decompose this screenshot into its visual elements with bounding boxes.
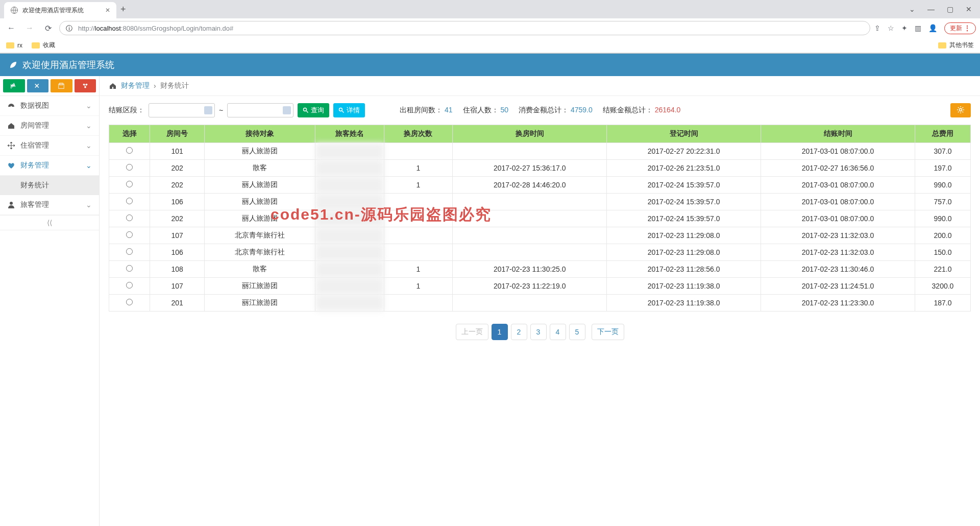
change-time-cell [453, 194, 607, 210]
select-cell[interactable] [109, 143, 150, 160]
browser-chrome: 欢迎使用酒店管理系统 ✕ + ⌄ — ▢ ✕ ← → ⟳ ⓘ http:// l… [0, 0, 980, 54]
address-bar[interactable]: ⓘ http:// localhost :8080 /ssmGrogshop/L… [59, 21, 870, 35]
close-icon[interactable]: ✕ [105, 7, 110, 14]
forward-button[interactable]: → [22, 23, 37, 33]
change-count-cell [384, 194, 453, 210]
change-count-cell: 1 [384, 261, 453, 278]
table-row: 202 丽人旅游团 2017-02-24 15:39:57.0 2017-03-… [109, 210, 971, 227]
next-page[interactable]: 下一页 [592, 324, 624, 340]
settings-button[interactable] [950, 103, 971, 117]
guest-name-cell [315, 143, 384, 160]
change-time-cell: 2017-02-27 15:36:17.0 [453, 160, 607, 177]
star-icon[interactable]: ☆ [888, 24, 894, 32]
browser-tab[interactable]: 欢迎使用酒店管理系统 ✕ [4, 2, 116, 18]
profile-icon[interactable]: 👤 [928, 24, 937, 32]
maximize-icon[interactable]: ▢ [947, 5, 953, 13]
page-4[interactable]: 4 [550, 324, 566, 340]
row-radio[interactable] [126, 181, 133, 187]
page-1[interactable]: 1 [492, 324, 508, 340]
select-cell[interactable] [109, 194, 150, 210]
select-cell[interactable] [109, 278, 150, 295]
theme-green[interactable] [3, 79, 25, 92]
bookmark-fav[interactable]: 收藏 [32, 41, 55, 50]
sidebar-item-finance-mgmt[interactable]: 财务管理⌄ [0, 156, 99, 176]
row-radio[interactable] [126, 248, 133, 255]
close-window-icon[interactable]: ✕ [966, 5, 972, 13]
update-button[interactable]: 更新 ⋮ [944, 22, 976, 34]
select-cell[interactable] [109, 295, 150, 312]
row-radio[interactable] [126, 164, 133, 171]
sidebar-item-data-view[interactable]: 数据视图⌄ [0, 96, 99, 116]
sidebar-item-room-mgmt[interactable]: 房间管理⌄ [0, 116, 99, 136]
table-row: 201 丽江旅游团 2017-02-23 11:19:38.0 2017-02-… [109, 295, 971, 312]
select-cell[interactable] [109, 177, 150, 194]
register-time-cell: 2017-02-24 15:39:57.0 [607, 210, 761, 227]
select-cell[interactable] [109, 227, 150, 244]
extensions-icon[interactable]: ✦ [901, 24, 908, 32]
row-radio[interactable] [126, 147, 133, 154]
change-time-cell [453, 227, 607, 244]
select-cell[interactable] [109, 210, 150, 227]
panel-icon[interactable]: ▥ [915, 24, 921, 32]
theme-orange[interactable] [51, 79, 72, 92]
detail-button[interactable]: 详情 [333, 103, 365, 117]
bookmark-rx[interactable]: rx [6, 42, 22, 49]
page-5[interactable]: 5 [569, 324, 585, 340]
select-cell[interactable] [109, 261, 150, 278]
reload-button[interactable]: ⟳ [41, 23, 55, 33]
row-radio[interactable] [126, 198, 133, 204]
back-button[interactable]: ← [4, 23, 18, 33]
object-cell: 丽人旅游团 [205, 143, 315, 160]
date-to-input[interactable] [227, 103, 293, 117]
window-controls: ⌄ — ▢ ✕ [909, 5, 976, 13]
change-time-cell [453, 210, 607, 227]
column-header: 房间号 [150, 125, 205, 143]
room-cell: 202 [150, 160, 205, 177]
row-radio[interactable] [126, 231, 133, 238]
fee-cell: 990.0 [915, 177, 970, 194]
settle-time-cell: 2017-03-01 08:07:00.0 [761, 143, 915, 160]
sidebar-subitem-finance-stats[interactable]: 财务统计 [0, 176, 99, 195]
filter-bar: 结账区段： ~ 查询 详情 出租房间数： 41 住宿人数： 50 消费金额总计：… [100, 96, 980, 125]
user-icon [7, 201, 15, 209]
page-3[interactable]: 3 [530, 324, 547, 340]
change-time-cell: 2017-02-28 14:46:20.0 [453, 177, 607, 194]
fee-cell: 221.0 [915, 261, 970, 278]
chevron-down-icon: ⌄ [86, 141, 92, 150]
object-cell: 丽人旅游团 [205, 194, 315, 210]
change-time-cell: 2017-02-23 11:22:19.0 [453, 278, 607, 295]
column-header: 登记时间 [607, 125, 761, 143]
breadcrumb-link-finance[interactable]: 财务管理 [121, 81, 150, 90]
search-button[interactable]: 查询 [298, 103, 329, 117]
chevron-down-icon[interactable]: ⌄ [909, 5, 915, 13]
guest-name-cell [315, 194, 384, 210]
chevron-down-icon: ⌄ [86, 102, 92, 110]
share-icon[interactable]: ⇪ [874, 24, 880, 32]
sidebar-item-guest-mgmt[interactable]: 旅客管理⌄ [0, 195, 99, 215]
tab-title: 欢迎使用酒店管理系统 [22, 6, 84, 15]
prev-page[interactable]: 上一页 [456, 324, 488, 340]
row-radio[interactable] [126, 214, 133, 221]
other-bookmarks[interactable]: 其他书签 [938, 41, 974, 50]
collapse-sidebar-button[interactable]: ⟨⟨ [0, 215, 99, 230]
date-from-input[interactable] [149, 103, 215, 117]
column-header: 换房时间 [453, 125, 607, 143]
page-2[interactable]: 2 [511, 324, 527, 340]
row-radio[interactable] [126, 282, 133, 289]
change-count-cell: 1 [384, 160, 453, 177]
room-cell: 106 [150, 194, 205, 210]
pagination: 上一页 12345 下一页 [100, 312, 980, 352]
home-icon[interactable] [109, 82, 117, 90]
theme-blue[interactable] [27, 79, 49, 92]
select-cell[interactable] [109, 160, 150, 177]
select-cell[interactable] [109, 244, 150, 261]
sidebar-item-stay-mgmt[interactable]: 住宿管理⌄ [0, 136, 99, 156]
column-header: 结账时间 [761, 125, 915, 143]
row-radio[interactable] [126, 265, 133, 272]
row-radio[interactable] [126, 299, 133, 305]
new-tab-button[interactable]: + [120, 4, 126, 15]
guest-name-cell [315, 295, 384, 312]
svg-point-10 [960, 108, 962, 111]
theme-red[interactable] [75, 79, 96, 92]
minimize-icon[interactable]: — [927, 5, 935, 13]
